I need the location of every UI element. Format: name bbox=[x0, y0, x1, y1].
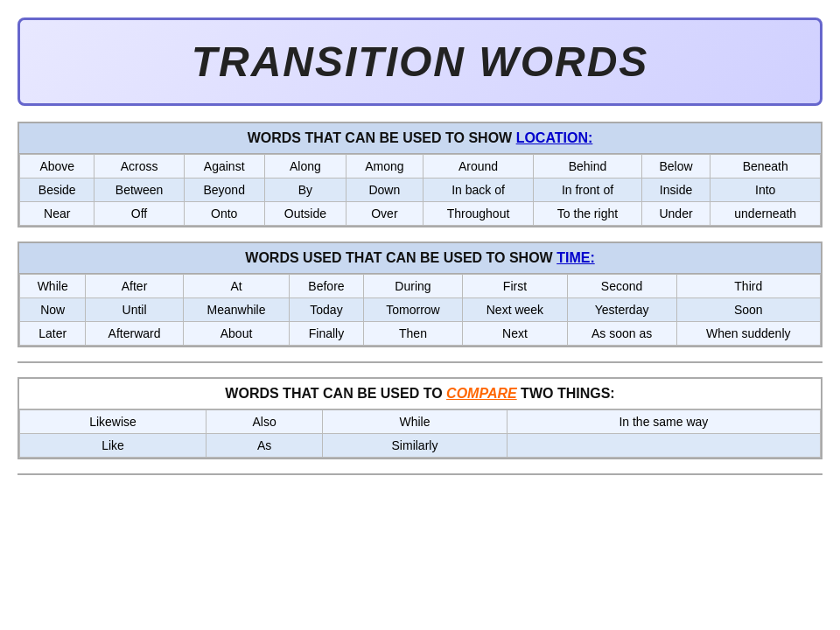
list-item: Near bbox=[20, 202, 94, 226]
list-item: Below bbox=[641, 155, 710, 178]
compare-table: LikewiseAlsoWhileIn the same wayLikeAsSi… bbox=[19, 410, 821, 458]
list-item: To the right bbox=[534, 202, 641, 226]
list-item: Under bbox=[641, 202, 710, 226]
divider-2 bbox=[18, 473, 822, 475]
compare-header-suffix: TWO THINGS: bbox=[517, 386, 615, 401]
compare-header-link[interactable]: COMPARE bbox=[446, 386, 517, 401]
title-box: TRANSITION WORDS bbox=[18, 18, 822, 106]
list-item: In front of bbox=[534, 178, 641, 202]
time-header-link[interactable]: TIME: bbox=[556, 250, 595, 265]
list-item: Off bbox=[94, 202, 184, 226]
list-item: Throughout bbox=[423, 202, 534, 226]
location-header: WORDS THAT CAN BE USED TO SHOW LOCATION: bbox=[19, 123, 821, 154]
list-item: Down bbox=[346, 178, 424, 202]
list-item: First bbox=[463, 275, 567, 298]
list-item: Likewise bbox=[20, 410, 206, 434]
list-item: Into bbox=[710, 178, 821, 202]
list-item: Now bbox=[20, 298, 86, 322]
time-header: WORDS USED THAT CAN BE USED TO SHOW TIME… bbox=[19, 243, 821, 274]
list-item: As soon as bbox=[567, 322, 676, 346]
list-item bbox=[507, 434, 820, 458]
list-item: Between bbox=[94, 178, 184, 202]
list-item: Similarly bbox=[323, 434, 508, 458]
list-item: While bbox=[20, 275, 86, 298]
list-item: Beside bbox=[20, 178, 94, 202]
list-item: Next bbox=[463, 322, 567, 346]
list-item: underneath bbox=[710, 202, 821, 226]
list-item: Among bbox=[346, 155, 424, 178]
table-row: WhileAfterAtBeforeDuringFirstSecondThird bbox=[20, 275, 821, 298]
list-item: Behind bbox=[534, 155, 641, 178]
table-row: NowUntilMeanwhileTodayTomorrowNext weekY… bbox=[20, 298, 821, 322]
list-item: Like bbox=[20, 434, 206, 458]
list-item: Above bbox=[20, 155, 94, 178]
list-item: Tomorrow bbox=[363, 298, 463, 322]
location-table: AboveAcrossAgainstAlongAmongAroundBehind… bbox=[19, 154, 821, 226]
table-row: LikeAsSimilarly bbox=[20, 434, 821, 458]
list-item: Outside bbox=[264, 202, 346, 226]
list-item: Second bbox=[567, 275, 676, 298]
list-item: Yesterday bbox=[567, 298, 676, 322]
list-item: By bbox=[264, 178, 346, 202]
list-item: Onto bbox=[184, 202, 264, 226]
divider-1 bbox=[18, 361, 822, 363]
table-row: LikewiseAlsoWhileIn the same way bbox=[20, 410, 821, 434]
list-item: Until bbox=[86, 298, 183, 322]
compare-header-plain: WORDS THAT CAN BE USED TO bbox=[225, 386, 446, 401]
list-item: About bbox=[183, 322, 290, 346]
list-item: While bbox=[323, 410, 508, 434]
list-item: Soon bbox=[676, 298, 820, 322]
list-item: Inside bbox=[641, 178, 710, 202]
list-item: As bbox=[206, 434, 322, 458]
list-item: Today bbox=[290, 298, 363, 322]
page-title: TRANSITION WORDS bbox=[46, 38, 794, 86]
list-item: Finally bbox=[290, 322, 363, 346]
list-item: Around bbox=[423, 155, 534, 178]
list-item: Next week bbox=[463, 298, 567, 322]
list-item: Then bbox=[363, 322, 463, 346]
table-row: AboveAcrossAgainstAlongAmongAroundBehind… bbox=[20, 155, 821, 178]
location-header-plain: WORDS THAT CAN BE USED TO SHOW bbox=[248, 130, 516, 145]
compare-header: WORDS THAT CAN BE USED TO COMPARE TWO TH… bbox=[19, 379, 821, 410]
list-item: After bbox=[86, 275, 183, 298]
list-item: At bbox=[183, 275, 290, 298]
list-item: Beyond bbox=[184, 178, 264, 202]
time-header-plain: WORDS USED THAT CAN BE USED TO SHOW bbox=[245, 250, 556, 265]
list-item: Along bbox=[264, 155, 346, 178]
list-item: Over bbox=[346, 202, 424, 226]
list-item: Afterward bbox=[86, 322, 183, 346]
list-item: Before bbox=[290, 275, 363, 298]
time-section: WORDS USED THAT CAN BE USED TO SHOW TIME… bbox=[18, 242, 822, 347]
time-table: WhileAfterAtBeforeDuringFirstSecondThird… bbox=[19, 274, 821, 346]
table-row: LaterAfterwardAboutFinallyThenNextAs soo… bbox=[20, 322, 821, 346]
table-row: NearOffOntoOutsideOverThroughoutTo the r… bbox=[20, 202, 821, 226]
list-item: Beneath bbox=[710, 155, 821, 178]
list-item: Against bbox=[184, 155, 264, 178]
compare-section: WORDS THAT CAN BE USED TO COMPARE TWO TH… bbox=[18, 377, 822, 459]
list-item: In back of bbox=[423, 178, 534, 202]
list-item: Across bbox=[94, 155, 184, 178]
list-item: When suddenly bbox=[676, 322, 820, 346]
list-item: Third bbox=[676, 275, 820, 298]
list-item: Later bbox=[20, 322, 86, 346]
list-item: Also bbox=[206, 410, 322, 434]
location-section: WORDS THAT CAN BE USED TO SHOW LOCATION:… bbox=[18, 122, 822, 228]
list-item: Meanwhile bbox=[183, 298, 290, 322]
list-item: During bbox=[363, 275, 463, 298]
table-row: BesideBetweenBeyondByDownIn back ofIn fr… bbox=[20, 178, 821, 202]
location-header-link[interactable]: LOCATION: bbox=[516, 130, 593, 145]
list-item: In the same way bbox=[507, 410, 820, 434]
